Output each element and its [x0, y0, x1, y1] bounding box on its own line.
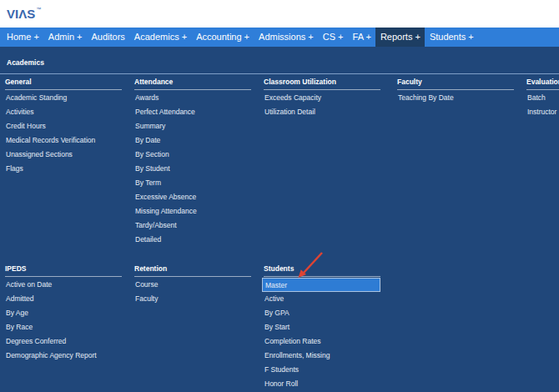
menu-item-demographic-agency-report[interactable]: Demographic Agency Report	[3, 349, 122, 363]
menu-group-header-retention: Retention	[134, 264, 251, 277]
menu-item-f-students[interactable]: F Students	[262, 363, 380, 377]
menu-group-header-evaluation: Evaluation	[526, 78, 559, 90]
menu-group-faculty: FacultyTeaching By Date	[397, 78, 514, 105]
menu-item-by-student[interactable]: By Student	[133, 162, 251, 176]
menu-item-honor-roll[interactable]: Honor Roll	[262, 377, 380, 391]
reports-mega-menu: Academics GeneralAcademic StandingActivi…	[0, 47, 559, 392]
menu-item-master[interactable]: Master	[262, 278, 380, 292]
menu-item-utilization-detail[interactable]: Utilization Detail	[262, 105, 380, 119]
menu-item-teaching-by-date[interactable]: Teaching By Date	[395, 91, 514, 105]
menu-group-header-attendance: Attendance	[134, 78, 251, 90]
menu-group-header-faculty: Faculty	[397, 78, 514, 90]
menu-item-by-gpa[interactable]: By GPA	[262, 306, 380, 320]
navbar: Home +Admin +AuditorsAcademics +Accounti…	[0, 28, 559, 47]
menu-item-detailed[interactable]: Detailed	[133, 233, 251, 247]
menu-group-retention: RetentionCourseFaculty	[134, 264, 251, 306]
menu-item-course[interactable]: Course	[133, 278, 251, 292]
nav-item-reports[interactable]: Reports +	[375, 28, 425, 47]
menu-item-by-start[interactable]: By Start	[262, 320, 380, 334]
nav-item-academics[interactable]: Academics +	[129, 28, 191, 47]
menu-item-by-section[interactable]: By Section	[133, 148, 251, 162]
brand-logo: VIΛS™	[7, 7, 41, 21]
menu-group-ipeds: IPEDSActive on DateAdmittedBy AgeBy Race…	[5, 264, 122, 363]
trademark-mark: ™	[36, 7, 41, 12]
menu-section-title: Academics	[7, 58, 44, 67]
menu-item-perfect-attendance[interactable]: Perfect Attendance	[133, 105, 251, 119]
menu-item-faculty[interactable]: Faculty	[133, 292, 251, 306]
menu-item-by-term[interactable]: By Term	[133, 176, 251, 190]
menu-item-tardy-absent[interactable]: Tardy/Absent	[133, 219, 251, 233]
menu-item-enrollments-missing[interactable]: Enrollments, Missing	[262, 349, 380, 363]
menu-title-divider	[0, 73, 559, 74]
nav-item-fa[interactable]: FA +	[348, 28, 375, 47]
nav-item-home[interactable]: Home +	[3, 28, 44, 47]
menu-item-awards[interactable]: Awards	[133, 91, 251, 105]
menu-item-active-on-date[interactable]: Active on Date	[3, 278, 122, 292]
menu-item-exceeds-capacity[interactable]: Exceeds Capacity	[262, 91, 380, 105]
menu-group-header-classroom-utilization: Classroom Utilization	[264, 78, 380, 90]
nav-item-admin[interactable]: Admin +	[43, 28, 87, 47]
menu-item-degrees-conferred[interactable]: Degrees Conferred	[3, 334, 122, 349]
menu-item-flags[interactable]: Flags	[3, 162, 122, 176]
menu-item-by-race[interactable]: By Race	[3, 320, 122, 334]
menu-group-classroom-utilization: Classroom UtilizationExceeds CapacityUti…	[264, 78, 380, 119]
nav-item-auditors[interactable]: Auditors	[87, 28, 129, 47]
nav-item-accounting[interactable]: Accounting +	[192, 28, 254, 47]
menu-item-unassigned-sections[interactable]: Unassigned Sections	[3, 148, 122, 162]
menu-item-active[interactable]: Active	[262, 292, 380, 306]
menu-group-header-students: Students	[264, 264, 380, 277]
menu-item-instructor[interactable]: Instructor	[525, 105, 559, 119]
menu-item-summary[interactable]: Summary	[133, 119, 251, 133]
menu-item-excessive-absence[interactable]: Excessive Absence	[133, 190, 251, 204]
top-bar: VIΛS™	[0, 0, 559, 28]
menu-group-header-ipeds: IPEDS	[5, 264, 122, 277]
menu-group-evaluation: EvaluationBatchInstructor	[526, 78, 559, 119]
menu-item-missing-attendance[interactable]: Missing Attendance	[133, 204, 251, 219]
menu-item-by-date[interactable]: By Date	[133, 133, 251, 148]
nav-item-admissions[interactable]: Admissions +	[254, 28, 319, 47]
menu-item-by-age[interactable]: By Age	[3, 306, 122, 320]
menu-group-attendance: AttendanceAwardsPerfect AttendanceSummar…	[134, 78, 251, 247]
menu-group-header-general: General	[5, 78, 122, 90]
menu-group-students: StudentsMasterActiveBy GPABy StartComple…	[264, 264, 380, 391]
nav-item-students[interactable]: Students +	[425, 28, 478, 47]
menu-item-credit-hours[interactable]: Credit Hours	[3, 119, 122, 133]
menu-item-academic-standing[interactable]: Academic Standing	[3, 91, 122, 105]
menu-item-admitted[interactable]: Admitted	[3, 292, 122, 306]
menu-item-activities[interactable]: Activities	[3, 105, 122, 119]
nav-item-cs[interactable]: CS +	[318, 28, 348, 47]
menu-item-batch[interactable]: Batch	[525, 91, 559, 105]
menu-group-general: GeneralAcademic StandingActivitiesCredit…	[5, 78, 122, 176]
menu-item-medical-records-verification[interactable]: Medical Records Verification	[3, 133, 122, 148]
menu-item-completion-rates[interactable]: Completion Rates	[262, 334, 380, 349]
